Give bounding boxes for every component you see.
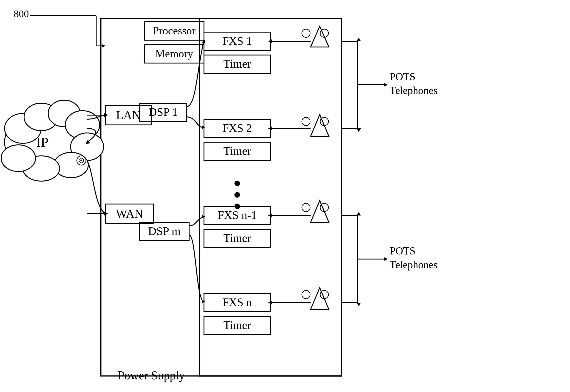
timer4-label: Timer xyxy=(223,319,251,332)
svg-marker-48 xyxy=(202,300,205,303)
svg-marker-47 xyxy=(202,215,205,218)
figure-number: 800 xyxy=(14,8,29,19)
svg-point-53 xyxy=(302,117,310,126)
dspm-label: DSP m xyxy=(148,225,180,238)
wan-label: WAN xyxy=(116,207,143,220)
processor-label: Processor xyxy=(153,25,196,37)
fxsn1-label: FXS n-1 xyxy=(218,209,257,222)
svg-marker-70 xyxy=(356,128,361,132)
svg-point-13 xyxy=(1,145,36,171)
dsp1-label: DSP 1 xyxy=(149,105,178,118)
fxs1-label: FXS 1 xyxy=(222,34,252,47)
svg-marker-77 xyxy=(356,303,361,306)
svg-point-49 xyxy=(302,29,310,37)
svg-point-57 xyxy=(302,203,310,211)
svg-marker-69 xyxy=(356,38,361,41)
svg-marker-4 xyxy=(102,44,105,47)
lan-label: LAN xyxy=(116,109,141,122)
timer3-label: Timer xyxy=(223,232,251,244)
power-supply-label: Power Supply xyxy=(118,369,185,382)
svg-marker-38 xyxy=(202,126,205,129)
svg-rect-2 xyxy=(101,18,342,376)
ip-label: IP xyxy=(36,135,48,150)
svg-point-80 xyxy=(235,192,240,198)
svg-point-81 xyxy=(235,204,240,209)
svg-point-79 xyxy=(235,181,240,186)
memory-label: Memory xyxy=(155,47,193,60)
fxs2-label: FXS 2 xyxy=(222,122,252,134)
fxsn-label: FXS n xyxy=(222,296,252,308)
svg-point-16 xyxy=(81,160,82,161)
svg-marker-76 xyxy=(356,212,361,215)
timer2-label: Timer xyxy=(223,144,251,157)
pots1-line2: Telephones xyxy=(390,84,438,96)
pots1-line1: POTS xyxy=(390,71,415,83)
svg-marker-71 xyxy=(384,83,388,87)
timer1-label: Timer xyxy=(223,57,251,70)
pots2-line1: POTS xyxy=(390,245,415,257)
svg-point-61 xyxy=(302,291,310,299)
svg-marker-78 xyxy=(384,257,388,261)
pots2-line2: Telephones xyxy=(390,259,438,270)
